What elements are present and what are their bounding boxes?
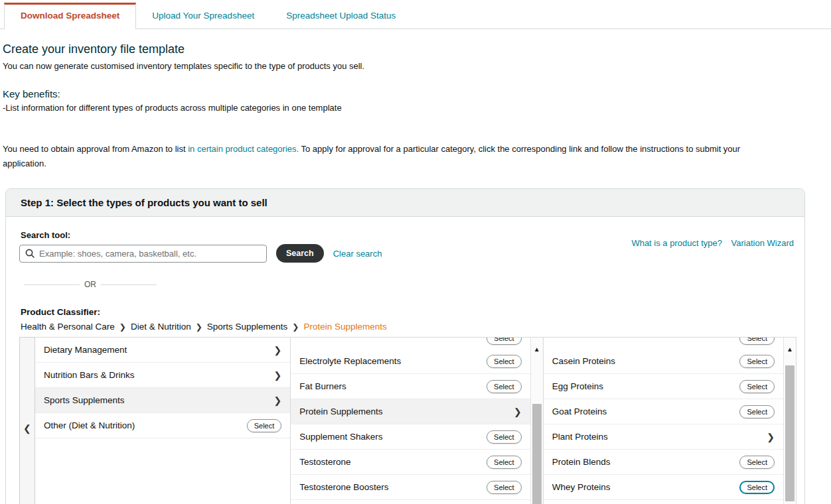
classifier-column-3: Select Casein Proteins Select Egg Protei… [544, 337, 796, 504]
classifier-item-electrolyte-replacements[interactable]: Electrolyte Replacements Select [291, 349, 530, 374]
select-button[interactable]: Select [739, 481, 775, 494]
classifier-item-supplement-shakers[interactable]: Supplement Shakers Select [291, 424, 530, 450]
classifier-item-partial-top[interactable]: Select [291, 338, 530, 349]
select-button[interactable]: Select [487, 456, 522, 469]
tab-download-spreadsheet[interactable]: Download Spreadsheet [4, 3, 136, 29]
item-label: Fat Burners [299, 381, 346, 391]
item-label: Protein Blends [552, 457, 611, 467]
clear-search-link[interactable]: Clear search [333, 249, 382, 259]
intro-section: Create your inventory file template You … [0, 29, 831, 171]
scroll-up-button[interactable]: ▲ [784, 346, 796, 353]
product-classifier-widget: ❮ Dietary Management ❯ Nutrition Bars & … [19, 337, 796, 504]
classifier-column-1: Dietary Management ❯ Nutrition Bars & Dr… [35, 337, 291, 504]
scrollbar-thumb[interactable] [785, 365, 794, 501]
classifier-item-testosterone[interactable]: Testosterone Select [291, 450, 530, 475]
select-button[interactable]: Select [487, 338, 522, 345]
classifier-item-testosterone-boosters[interactable]: Testosterone Boosters Select [291, 475, 530, 500]
step1-panel: Step 1: Select the types of products you… [5, 188, 805, 504]
search-button[interactable]: Search [276, 244, 324, 263]
select-button[interactable]: Select [487, 380, 522, 393]
classifier-item-other-diet-nutrition[interactable]: Other (Diet & Nutrition) Select [35, 413, 290, 438]
classifier-item-other-sports-supplements[interactable]: Other (Sports Supplements) Select [291, 500, 530, 504]
approval-paragraph: You need to obtain approval from Amazon … [3, 142, 773, 171]
item-label: Whey Proteins [552, 482, 611, 492]
classifier-item-nutrition-bars-drinks[interactable]: Nutrition Bars & Drinks ❯ [35, 363, 290, 388]
item-label: Testosterone [299, 457, 350, 467]
column-3-scrollbar[interactable]: ▲ ▼ [783, 338, 796, 504]
key-benefits-item: -List information for different types of… [3, 103, 828, 113]
tab-upload-your-spreadsheet[interactable]: Upload Your Spreadsheet [136, 3, 270, 29]
tab-bar: Download Spreadsheet Upload Your Spreads… [0, 3, 831, 29]
chevron-right-icon: ❯ [514, 407, 522, 417]
classifier-item-partial-top[interactable]: Select [544, 338, 783, 349]
tab-spreadsheet-upload-status[interactable]: Spreadsheet Upload Status [270, 3, 412, 29]
approval-categories-link[interactable]: in certain product categories. [188, 144, 299, 154]
classifier-item-dietary-management[interactable]: Dietary Management ❯ [35, 338, 290, 363]
classifier-item-plant-proteins[interactable]: Plant Proteins ❯ [544, 424, 783, 450]
search-input[interactable] [39, 249, 261, 259]
what-is-product-type-link[interactable]: What is a product type? [631, 238, 722, 248]
classifier-item-casein-proteins[interactable]: Casein Proteins Select [544, 349, 783, 374]
page-title: Create your inventory file template [3, 42, 828, 56]
product-classifier-label: Product Classifier: [21, 307, 796, 317]
column-2-scrollbar[interactable]: ▲ ▼ [530, 338, 543, 504]
classifier-item-protein-blends[interactable]: Protein Blends Select [544, 450, 783, 475]
chevron-left-icon: ❮ [23, 423, 31, 434]
item-label: Nutrition Bars & Drinks [44, 370, 135, 380]
select-button[interactable]: Select [487, 430, 522, 444]
select-button[interactable]: Select [739, 456, 775, 469]
breadcrumb: Health & Personal Care ❯ Diet & Nutritio… [21, 322, 796, 332]
select-button[interactable]: Select [739, 380, 775, 393]
classifier-item-goat-proteins[interactable]: Goat Proteins Select [544, 399, 783, 424]
item-label: Supplement Shakers [299, 432, 382, 442]
item-label: Protein Supplements [299, 407, 382, 416]
classifier-column-2: Select Electrolyte Replacements Select F… [291, 337, 543, 504]
select-button[interactable]: Select [739, 405, 775, 418]
classifier-item-sports-supplements[interactable]: Sports Supplements ❯ [35, 388, 290, 413]
chevron-right-icon: ❯ [274, 395, 282, 406]
select-button[interactable]: Select [247, 419, 282, 432]
item-label: Other (Diet & Nutrition) [44, 420, 135, 430]
breadcrumb-item-protein-supplements: Protein Supplements [303, 322, 386, 332]
select-button[interactable]: Select [487, 481, 522, 494]
chevron-right-icon: ❯ [767, 432, 775, 442]
item-label: Sports Supplements [44, 395, 125, 405]
breadcrumb-separator-icon: ❯ [119, 322, 126, 332]
search-box [19, 245, 267, 263]
classifier-item-egg-proteins[interactable]: Egg Proteins Select [544, 374, 783, 399]
classifier-item-fat-burners[interactable]: Fat Burners Select [291, 374, 530, 399]
item-label: Electrolyte Replacements [299, 356, 401, 366]
or-text: OR [80, 280, 101, 289]
item-label: Goat Proteins [552, 407, 607, 416]
scroll-up-button[interactable]: ▲ [531, 346, 543, 353]
chevron-right-icon: ❯ [274, 370, 282, 381]
classifier-item-other-protein-supplements[interactable]: Other (Protein Supplements) Select [544, 500, 783, 504]
breadcrumb-item-sports-supplements[interactable]: Sports Supplements [207, 322, 288, 332]
item-label: Dietary Management [44, 345, 127, 355]
step1-header: Step 1: Select the types of products you… [6, 189, 804, 217]
chevron-right-icon: ❯ [274, 345, 282, 355]
or-divider: OR [24, 280, 157, 289]
search-icon [25, 249, 35, 258]
select-button[interactable]: Select [739, 338, 775, 345]
intro-subtitle: You can now generate customised inventor… [3, 61, 828, 71]
item-label: Egg Proteins [552, 381, 603, 391]
select-button[interactable]: Select [739, 355, 775, 368]
breadcrumb-separator-icon: ❯ [292, 322, 299, 332]
select-button[interactable]: Select [487, 355, 522, 368]
breadcrumb-separator-icon: ❯ [196, 322, 202, 332]
key-benefits-title: Key benefits: [3, 88, 828, 99]
classifier-page-left-button[interactable]: ❮ [19, 337, 35, 504]
approval-text-pre: You need to obtain approval from Amazon … [3, 144, 188, 154]
classifier-item-whey-proteins[interactable]: Whey Proteins Select [544, 475, 783, 500]
item-label: Plant Proteins [552, 432, 608, 442]
classifier-item-protein-supplements[interactable]: Protein Supplements ❯ [291, 399, 530, 424]
item-label: Casein Proteins [552, 356, 615, 366]
scrollbar-thumb[interactable] [532, 404, 542, 504]
item-label: Testosterone Boosters [299, 482, 388, 492]
breadcrumb-item-diet-nutrition[interactable]: Diet & Nutrition [131, 322, 191, 332]
breadcrumb-item-health-personal-care[interactable]: Health & Personal Care [21, 322, 115, 332]
variation-wizard-link[interactable]: Variation Wizard [731, 238, 794, 248]
